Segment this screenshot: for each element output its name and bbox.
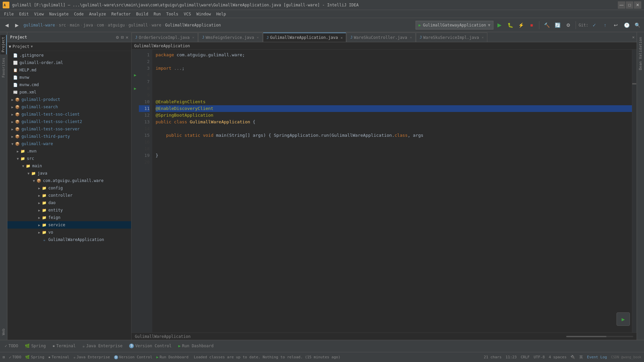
tree-item-helpmd[interactable]: 📋 HELP.md — [7, 66, 131, 74]
minimize-button[interactable]: — — [618, 1, 625, 9]
tree-item-service[interactable]: ▶ 📁 service — [7, 221, 131, 229]
run-config-selector[interactable]: ▶ GulimallGatewayApplication ▼ — [416, 21, 493, 29]
status-java-enterprise[interactable]: ☕ Java Enterprise — [73, 355, 110, 359]
breadcrumb-module[interactable]: gulimall-ware — [23, 23, 55, 27]
project-tab-vertical[interactable]: Project — [0, 35, 7, 54]
tree-item-sso-client2[interactable]: ▶ 📦 gulimall-test-sso-client2 — [7, 118, 131, 125]
panel-settings-icon[interactable]: ⚙ — [116, 35, 119, 40]
bottom-tab-spring[interactable]: 🌿 Spring — [21, 340, 49, 352]
status-spring[interactable]: 🌿 Spring — [25, 355, 44, 359]
tab-close-svc[interactable]: ✕ — [482, 36, 484, 39]
tree-item-mvn[interactable]: ▶ 📁 .mvn — [7, 147, 131, 155]
tree-item-dao[interactable]: ▶ 📁 dao — [7, 199, 131, 206]
bottom-tab-terminal[interactable]: ▪ Terminal — [49, 340, 79, 352]
menu-navigate[interactable]: Navigate — [47, 10, 71, 18]
favorites-tab-vertical[interactable]: Favorites — [1, 56, 6, 80]
status-todo[interactable]: ✓ TODO — [9, 355, 21, 360]
git-revert[interactable]: ↩ — [611, 20, 621, 30]
menu-analyze[interactable]: Analyze — [86, 10, 109, 18]
bottom-tab-version-control[interactable]: 9 Version Control — [126, 340, 175, 352]
event-log[interactable]: Event Log — [587, 355, 607, 359]
tree-item-gitignore[interactable]: 📄 .gitignore — [7, 52, 131, 59]
gutter-marker-15[interactable]: ▶ — [131, 85, 139, 92]
breadcrumb-java[interactable]: java — [83, 23, 93, 27]
panel-layout-icon[interactable]: ⊟ — [121, 35, 123, 40]
breadcrumb-atguigu[interactable]: atguigu — [108, 23, 125, 27]
menu-vcs[interactable]: VCS — [181, 10, 194, 18]
gutter-marker-13[interactable]: ▶ — [131, 72, 139, 78]
bean-validation-tab[interactable]: Bean Validation — [638, 35, 643, 72]
menu-tools[interactable]: Tools — [164, 10, 181, 18]
build-button[interactable]: 🔨 — [542, 20, 551, 30]
tab-close-wms[interactable]: ✕ — [257, 36, 259, 39]
toolbar-forward[interactable]: ▶ — [12, 20, 21, 30]
refresh-button[interactable]: 🔄 — [553, 20, 562, 30]
web-tab-vertical[interactable]: Web — [1, 326, 6, 337]
tree-item-search[interactable]: ▶ 📦 gulimall-search — [7, 103, 131, 111]
debug-button[interactable]: 🐛 — [505, 20, 515, 30]
status-terminal[interactable]: ▪ Terminal — [48, 355, 69, 359]
tab-wms-feign[interactable]: J WmsFeignService.java ✕ — [198, 33, 262, 42]
tab-close-order[interactable]: ✕ — [192, 36, 194, 39]
coverage-button[interactable]: ⚡ — [516, 20, 526, 30]
git-update[interactable]: ✓ — [590, 20, 599, 30]
status-run-dashboard[interactable]: ▶ Run Dashboard — [156, 355, 189, 359]
menu-file[interactable]: File — [1, 10, 16, 18]
menu-window[interactable]: Window — [194, 10, 213, 18]
stop-button[interactable]: ■ — [527, 20, 536, 30]
menu-run[interactable]: Run — [151, 10, 164, 18]
tree-item-main[interactable]: ▼ 📁 main — [7, 162, 131, 170]
tab-close-ware[interactable]: ✕ — [340, 36, 342, 40]
project-dropdown[interactable]: ▼Project ▼ — [9, 44, 33, 49]
tree-item-vo[interactable]: ▶ 📁 vo — [7, 229, 131, 236]
bottom-tab-run-dashboard[interactable]: ▶ Run Dashboard — [175, 340, 217, 352]
code-content[interactable]: package com.atguigu.gulimall.ware; impor… — [152, 50, 632, 333]
tree-item-feign[interactable]: ▶ 📁 feign — [7, 214, 131, 221]
menu-view[interactable]: View — [32, 10, 47, 18]
editor-breadcrumb-class[interactable]: GulimallWareApplication — [134, 44, 190, 48]
breadcrumb-com[interactable]: com — [97, 23, 104, 27]
settings-button[interactable]: ⚙ — [564, 20, 573, 30]
search-everywhere[interactable]: 🔍 — [633, 20, 642, 30]
tree-item-mvnw-cmd[interactable]: 📄 mvnw.cmd — [7, 81, 131, 88]
tree-item-product[interactable]: ▶ 📦 gulimall-product — [7, 96, 131, 103]
breadcrumb-gulimall[interactable]: gulimall — [128, 23, 148, 27]
menu-build[interactable]: Build — [133, 10, 151, 18]
close-button[interactable]: ✕ — [634, 1, 641, 9]
tree-item-ware[interactable]: ▼ 📦 gulimall-ware — [7, 140, 131, 147]
toolbar-back[interactable]: ◀ — [2, 20, 11, 30]
tree-item-java[interactable]: ▼ 📁 java — [7, 170, 131, 177]
breadcrumb-main[interactable]: main — [70, 23, 79, 27]
bottom-tab-java-enterprise[interactable]: ☕ Java Enterprise — [79, 340, 126, 352]
tab-close-ctrl[interactable]: ✕ — [410, 36, 412, 39]
tree-item-entity[interactable]: ▶ 📁 entity — [7, 206, 131, 214]
tree-item-third-party[interactable]: ▶ 📦 gulimall-third-party — [7, 133, 131, 140]
menu-refactor[interactable]: Refactor — [109, 10, 133, 18]
tab-close-all[interactable]: ✕ — [630, 33, 637, 42]
git-push[interactable]: ↑ — [600, 20, 610, 30]
tab-ware-app[interactable]: J GulimallWareApplication.java ✕ — [263, 33, 346, 42]
maximize-button[interactable]: □ — [626, 1, 633, 9]
panel-close-icon[interactable]: ✕ — [126, 35, 128, 40]
tab-order-service[interactable]: J OrderServiceImpl.java ✕ — [131, 33, 198, 42]
breadcrumb-ware[interactable]: ware — [152, 23, 161, 27]
tree-item-iml[interactable]: ⬜ gulimall-order.iml — [7, 59, 131, 66]
menu-help[interactable]: Help — [214, 10, 229, 18]
status-version-control[interactable]: 9 Version Control — [114, 355, 152, 359]
tab-ware-sku-ctrl[interactable]: J WareSkuController.java ✕ — [346, 33, 416, 42]
tree-item-controller[interactable]: ▶ 📁 controller — [7, 192, 131, 199]
menu-code[interactable]: Code — [71, 10, 87, 18]
notification-popup[interactable]: ▶ — [616, 312, 630, 326]
tree-item-com-package[interactable]: ▼ 📦 com.atguigu.gulimall.ware — [7, 177, 131, 184]
breadcrumb-src[interactable]: src — [59, 23, 66, 27]
menu-edit[interactable]: Edit — [16, 10, 32, 18]
tree-item-sso-server[interactable]: ▶ 📦 gulimall-test-sso-server — [7, 125, 131, 133]
tree-item-sso-client[interactable]: ▶ 📦 gulimall-test-sso-client — [7, 111, 131, 118]
run-button[interactable]: ▶ — [495, 20, 504, 30]
tree-item-mvnw[interactable]: 📄 mvnw — [7, 74, 131, 81]
tree-item-src[interactable]: ▼ 📁 src — [7, 155, 131, 162]
breadcrumb-class[interactable]: GulimallWareApplication — [165, 23, 221, 27]
tree-item-pom[interactable]: 📰 pom.xml — [7, 88, 131, 96]
tree-item-gulimall-ware-app[interactable]: ☕ GulimallWareApplication — [7, 236, 131, 243]
git-history[interactable]: 🕐 — [622, 20, 631, 30]
